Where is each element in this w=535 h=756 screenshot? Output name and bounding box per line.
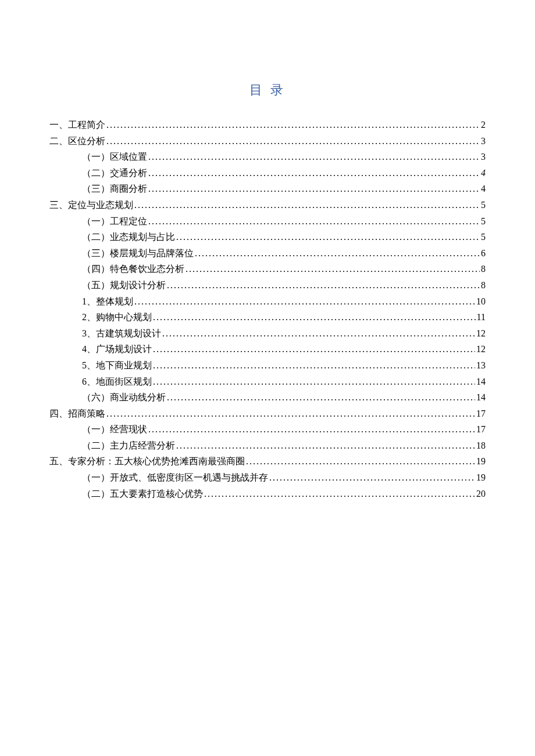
toc-entry: （一）开放式、低密度街区一机遇与挑战并存 19: [49, 470, 486, 485]
toc-entry-page: 2: [480, 117, 486, 132]
toc-leader-dots: [166, 390, 475, 405]
toc-entry-label: （四）特色餐饮业态分析: [82, 261, 184, 277]
toc-leader-dots: [166, 278, 480, 293]
toc-entry: （一）工程定位 5: [49, 214, 486, 229]
toc-leader-dots: [133, 294, 475, 309]
toc-entry-label: 4、广场规划设计: [82, 342, 152, 357]
toc-entry: 三、定位与业态规划 5: [49, 198, 486, 213]
toc-entry-page: 12: [475, 326, 486, 341]
toc-entry: 一、工程简介 2: [49, 117, 486, 132]
toc-entry: （一）经营现状 17: [49, 422, 486, 437]
toc-entry-label: 3、古建筑规划设计: [82, 326, 161, 341]
toc-leader-dots: [147, 422, 475, 437]
toc-entry-page: 17: [475, 406, 486, 421]
toc-entry: （二）主力店经营分析 18: [49, 438, 486, 453]
toc-leader-dots: [161, 326, 475, 341]
toc-entry-page: 5: [480, 198, 486, 213]
toc-title: 目 录: [49, 81, 486, 99]
document-page: 目 录 一、工程简介 2二、区位分析 3（一）区域位置 3（二）交通分析 4（三…: [0, 0, 535, 501]
toc-entry-page: 8: [480, 261, 486, 277]
toc-entry: （五）规划设计分析 8: [49, 278, 486, 293]
toc-entry-label: （二）交通分析: [82, 166, 147, 181]
toc-entry: 四、招商策略 17: [49, 406, 486, 421]
toc-entry-page: 19: [475, 454, 486, 469]
toc-leader-dots: [152, 358, 475, 373]
toc-entry-page: 3: [480, 134, 486, 149]
toc-leader-dots: [194, 246, 480, 261]
toc-entry: （二）五大要素打造核心优势 20: [49, 486, 486, 501]
toc-leader-dots: [105, 134, 480, 149]
toc-entry: （二）交通分析 4: [49, 166, 486, 181]
toc-leader-dots: [184, 261, 480, 277]
toc-leader-dots: [105, 406, 475, 421]
toc-entry-page: 5: [480, 214, 486, 229]
toc-entry-page: 6: [480, 246, 486, 261]
toc-entry-label: （二）主力店经营分析: [82, 438, 175, 453]
toc-entry-page: 14: [475, 374, 486, 389]
toc-entry-page: 13: [475, 358, 486, 373]
toc-entry: （六）商业动线分析 14: [49, 390, 486, 405]
toc-entry: 6、地面街区规划 14: [49, 374, 486, 389]
toc-entry: （三）楼层规划与品牌落位 6: [49, 246, 486, 261]
toc-entry-label: （二）业态规划与占比: [82, 230, 175, 245]
toc-entry: 5、地下商业规划 13: [49, 358, 486, 373]
toc-entry: 五、专家分析：五大核心优势抢滩西南最强商圈 19: [49, 454, 486, 469]
toc-entry-label: （五）规划设计分析: [82, 278, 166, 293]
toc-entry-page: 5: [480, 230, 486, 245]
toc-leader-dots: [152, 374, 475, 389]
toc-entry-label: 三、定位与业态规划: [49, 198, 133, 213]
toc-entry-label: 四、招商策略: [49, 406, 105, 421]
toc-entry-page: 18: [475, 438, 486, 453]
toc-entry: （四）特色餐饮业态分析 8: [49, 261, 486, 277]
toc-entry-label: 二、区位分析: [49, 134, 105, 149]
toc-entry-page: 4: [480, 166, 486, 181]
toc-leader-dots: [152, 310, 476, 325]
toc-entry-label: （一）工程定位: [82, 214, 147, 229]
toc-entry: （一）区域位置 3: [49, 149, 486, 164]
toc-entry-label: （一）经营现状: [82, 422, 147, 437]
toc-entry: 4、广场规划设计 12: [49, 342, 486, 357]
toc-leader-dots: [147, 149, 480, 164]
toc-leader-dots: [175, 230, 480, 245]
toc-leader-dots: [147, 166, 480, 181]
toc-entry-label: 一、工程简介: [49, 117, 105, 132]
toc-entry-page: 17: [475, 422, 486, 437]
toc-entry-label: （二）五大要素打造核心优势: [82, 486, 203, 501]
toc-entry-label: 5、地下商业规划: [82, 358, 152, 373]
toc-entry-page: 12: [475, 342, 486, 357]
toc-leader-dots: [147, 181, 480, 196]
toc-leader-dots: [268, 470, 475, 485]
toc-entry-label: 2、购物中心规划: [82, 310, 152, 325]
toc-entry: 2、购物中心规划 11: [49, 310, 486, 325]
toc-leader-dots: [133, 198, 480, 213]
toc-entry: 1、整体规划 10: [49, 294, 486, 309]
toc-leader-dots: [245, 454, 475, 469]
toc-entry: （二）业态规划与占比 5: [49, 230, 486, 245]
toc-entry-page: 14: [475, 390, 486, 405]
toc-entry-label: 1、整体规划: [82, 294, 133, 309]
table-of-contents: 一、工程简介 2二、区位分析 3（一）区域位置 3（二）交通分析 4（三）商圈分…: [49, 117, 486, 501]
toc-leader-dots: [152, 342, 475, 357]
toc-entry-label: （三）楼层规划与品牌落位: [82, 246, 194, 261]
toc-entry-page: 20: [475, 486, 486, 501]
toc-entry: 3、古建筑规划设计 12: [49, 326, 486, 341]
toc-entry-label: 6、地面街区规划: [82, 374, 152, 389]
toc-entry-page: 4: [480, 181, 486, 196]
toc-leader-dots: [105, 117, 480, 132]
toc-leader-dots: [147, 214, 480, 229]
toc-entry: 二、区位分析 3: [49, 134, 486, 149]
toc-entry-page: 10: [475, 294, 486, 309]
toc-entry: （三）商圈分析 4: [49, 181, 486, 196]
toc-entry-label: （三）商圈分析: [82, 181, 147, 196]
toc-entry-label: （一）开放式、低密度街区一机遇与挑战并存: [82, 470, 268, 485]
toc-entry-label: 五、专家分析：五大核心优势抢滩西南最强商圈: [49, 454, 245, 469]
toc-entry-page: 8: [480, 278, 486, 293]
toc-leader-dots: [175, 438, 475, 453]
toc-entry-label: （一）区域位置: [82, 149, 147, 164]
toc-leader-dots: [203, 486, 475, 501]
toc-entry-page: 11: [476, 310, 486, 325]
toc-entry-page: 19: [475, 470, 486, 485]
toc-entry-label: （六）商业动线分析: [82, 390, 166, 405]
toc-entry-page: 3: [480, 149, 486, 164]
